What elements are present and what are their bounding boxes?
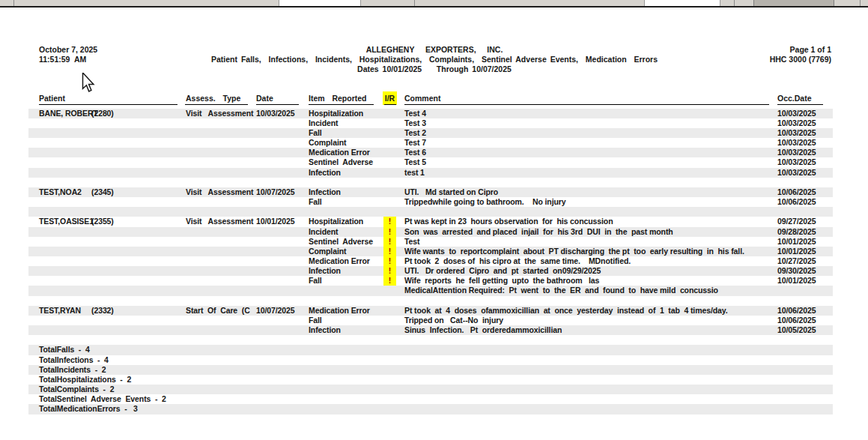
spacer-line bbox=[0, 296, 868, 306]
column-header-patient: Patient bbox=[39, 93, 65, 103]
report-line: Incident!Son was arrested and placed inj… bbox=[0, 227, 868, 237]
report-line: Infectiontest 110/03/2025 bbox=[0, 168, 868, 178]
comment: Test 6 bbox=[404, 148, 426, 157]
report-line: IncidentTest 310/03/2025 bbox=[0, 118, 868, 128]
total-line: TotalIncidents - 2 bbox=[0, 365, 868, 375]
comment: UTI. Dr ordered Cipro and pt started on0… bbox=[404, 266, 601, 276]
occ-date: 10/06/2025 bbox=[777, 187, 816, 197]
patient-id: (2280) bbox=[91, 109, 114, 118]
item-reported: Infection bbox=[309, 325, 341, 335]
column-header-assess-type: Assess. Type bbox=[186, 93, 240, 103]
total-line: TotalSentinel Adverse Events - 2 bbox=[0, 394, 868, 404]
spacer-line bbox=[0, 178, 868, 187]
item-reported: Hospitalization bbox=[309, 217, 363, 226]
comment: MedicalAttention Required: Pt went to th… bbox=[404, 286, 718, 295]
occ-date: 10/01/2025 bbox=[777, 276, 816, 286]
report-title: Patient Falls, Infections, Incidents, Ho… bbox=[75, 55, 794, 64]
toolbar-strip bbox=[0, 0, 868, 6]
occ-date: 10/01/2025 bbox=[777, 247, 816, 256]
item-reported: Incident bbox=[309, 118, 338, 128]
item-reported: Medication Error bbox=[309, 256, 370, 266]
ir-flag: ! bbox=[383, 276, 396, 286]
report-viewer-window: October 7, 2025 11:51:59 AM ALLEGHENY EX… bbox=[0, 0, 868, 440]
comment: Test 7 bbox=[404, 138, 426, 148]
comment: Test 2 bbox=[404, 128, 426, 138]
toolbar-divider bbox=[860, 0, 861, 6]
item-reported: Infection bbox=[309, 168, 341, 178]
item-reported: Hospitalization bbox=[309, 109, 363, 118]
report-line: MedicalAttention Required: Pt went to th… bbox=[0, 286, 868, 295]
patient-id: (2355) bbox=[91, 217, 114, 226]
total-line: TotalHospitalizations - 2 bbox=[0, 375, 868, 385]
toolbar-divider bbox=[414, 0, 415, 6]
comment: Test 3 bbox=[404, 118, 426, 128]
comment: Tripped on Cat--No injury bbox=[404, 316, 503, 325]
patient-name: TEST,RYAN bbox=[39, 306, 81, 316]
total-label: TotalHospitalizations - 2 bbox=[39, 375, 131, 385]
total-label: TotalFalls - 4 bbox=[39, 345, 90, 355]
report-line: InfectionSinus Infection. Pt orderedammo… bbox=[0, 325, 868, 335]
occ-date: 10/03/2025 bbox=[777, 109, 816, 118]
report-date-range: Dates 10/01/2025 Through 10/07/2025 bbox=[75, 64, 794, 74]
assess-date: 10/07/2025 bbox=[256, 187, 295, 197]
column-header-comment: Comment bbox=[404, 93, 440, 103]
item-reported: Infection bbox=[309, 187, 341, 197]
report-line: Medication ErrorTest 610/03/2025 bbox=[0, 148, 868, 157]
assess-date: 10/03/2025 bbox=[256, 109, 295, 118]
comment: Wife wants to reportcomplaint about PT d… bbox=[404, 247, 744, 256]
column-underline bbox=[777, 104, 823, 105]
comment: test 1 bbox=[404, 168, 425, 178]
comment: Pt took 2 doses of his cipro at the same… bbox=[404, 256, 631, 266]
total-label: TotalSentinel Adverse Events - 2 bbox=[39, 394, 166, 404]
item-reported: Infection bbox=[309, 266, 341, 276]
ir-flag: ! bbox=[383, 217, 396, 226]
report-line: FallTripped on Cat--No injury10/06/2025 bbox=[0, 316, 868, 325]
assess-type: Visit Assessment bbox=[186, 109, 253, 118]
occ-date: 10/03/2025 bbox=[777, 148, 816, 157]
assess-date: 10/01/2025 bbox=[256, 217, 295, 226]
toolbar-divider bbox=[13, 0, 14, 6]
column-underline bbox=[309, 104, 374, 105]
report-line: ComplaintTest 710/03/2025 bbox=[0, 138, 868, 148]
report-line: Medication Error!Pt took 2 doses of his … bbox=[0, 256, 868, 266]
report-company: ALLEGHENY EXPORTERS, INC. bbox=[75, 45, 794, 55]
report-line: FallTest 210/03/2025 bbox=[0, 128, 868, 138]
toolbar-divider bbox=[734, 0, 735, 6]
total-line: TotalFalls - 4 bbox=[0, 345, 868, 355]
comment: Pt took at 4 doses ofammoxicillian at on… bbox=[404, 306, 728, 316]
toolbar-input-fragment[interactable] bbox=[279, 0, 361, 6]
item-reported: Fall bbox=[309, 276, 322, 286]
column-header-date: Date bbox=[256, 93, 273, 103]
total-label: TotalComplaints - 2 bbox=[39, 385, 114, 394]
report-line: Infection!UTI. Dr ordered Cipro and pt s… bbox=[0, 266, 868, 276]
occ-date: 10/03/2025 bbox=[777, 157, 816, 167]
report-line: Sentinel Adverse!Test10/01/2025 bbox=[0, 237, 868, 247]
report-line: TEST,NOA2(2345)Visit Assessment10/07/202… bbox=[0, 187, 868, 197]
column-underline bbox=[39, 104, 177, 105]
ir-flag: ! bbox=[383, 247, 396, 256]
ir-flag: ! bbox=[383, 227, 396, 237]
item-reported: Sentinel Adverse bbox=[309, 157, 373, 167]
total-line: TotalMedicationErrors - 3 bbox=[0, 404, 868, 414]
ir-flag: ! bbox=[383, 256, 396, 266]
occ-date: 10/03/2025 bbox=[777, 118, 816, 128]
total-label: TotalMedicationErrors - 3 bbox=[39, 404, 138, 414]
report-line: FallTrippedwhile going to bathroom. No i… bbox=[0, 197, 868, 207]
comment: Pt was kept in 23 hours observation for … bbox=[404, 217, 613, 226]
occ-date: 10/03/2025 bbox=[777, 138, 816, 148]
comment: Wife reports he fell getting upto the ba… bbox=[404, 276, 599, 286]
column-header-ir: I/R bbox=[383, 93, 397, 103]
total-line: TotalInfections - 4 bbox=[0, 355, 868, 365]
toolbar-input-fragment[interactable] bbox=[644, 0, 720, 6]
comment: Son was arrested and placed injail for h… bbox=[404, 227, 673, 237]
comment: Test bbox=[404, 237, 419, 247]
occ-date: 09/28/2025 bbox=[777, 227, 816, 237]
toolbar-button-fragment[interactable] bbox=[753, 0, 834, 6]
patient-name: BANE, ROBERT bbox=[39, 109, 98, 118]
assess-type: Visit Assessment bbox=[186, 187, 253, 197]
report-line: TEST,RYAN(2332)Start Of Care (C10/07/202… bbox=[0, 306, 868, 316]
report-page-label: Page 1 of 1 bbox=[711, 45, 831, 55]
patient-id: (2345) bbox=[91, 187, 114, 197]
item-reported: Fall bbox=[309, 128, 322, 138]
report-form-id: HHC 3000 (7769) bbox=[711, 55, 831, 64]
